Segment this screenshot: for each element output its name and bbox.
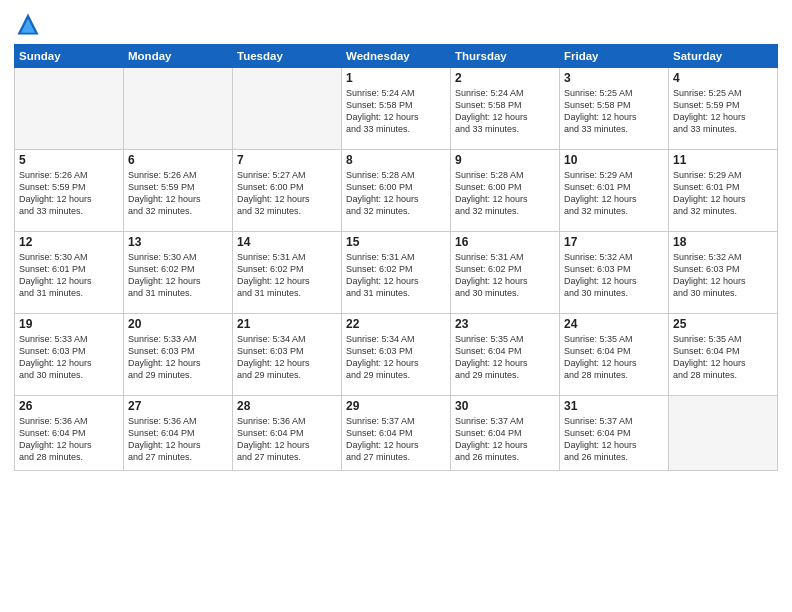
- day-cell: 26Sunrise: 5:36 AMSunset: 6:04 PMDayligh…: [15, 396, 124, 471]
- day-number: 13: [128, 235, 228, 249]
- week-row-0: 1Sunrise: 5:24 AMSunset: 5:58 PMDaylight…: [15, 68, 778, 150]
- day-cell: 30Sunrise: 5:37 AMSunset: 6:04 PMDayligh…: [451, 396, 560, 471]
- day-cell: 15Sunrise: 5:31 AMSunset: 6:02 PMDayligh…: [342, 232, 451, 314]
- day-number: 28: [237, 399, 337, 413]
- day-info: Sunrise: 5:26 AMSunset: 5:59 PMDaylight:…: [19, 169, 119, 218]
- day-number: 27: [128, 399, 228, 413]
- day-cell: 5Sunrise: 5:26 AMSunset: 5:59 PMDaylight…: [15, 150, 124, 232]
- week-row-2: 12Sunrise: 5:30 AMSunset: 6:01 PMDayligh…: [15, 232, 778, 314]
- day-cell: 23Sunrise: 5:35 AMSunset: 6:04 PMDayligh…: [451, 314, 560, 396]
- day-cell: 28Sunrise: 5:36 AMSunset: 6:04 PMDayligh…: [233, 396, 342, 471]
- day-cell: 17Sunrise: 5:32 AMSunset: 6:03 PMDayligh…: [560, 232, 669, 314]
- day-cell: [233, 68, 342, 150]
- day-info: Sunrise: 5:31 AMSunset: 6:02 PMDaylight:…: [237, 251, 337, 300]
- week-row-4: 26Sunrise: 5:36 AMSunset: 6:04 PMDayligh…: [15, 396, 778, 471]
- weekday-header-thursday: Thursday: [451, 45, 560, 68]
- week-row-1: 5Sunrise: 5:26 AMSunset: 5:59 PMDaylight…: [15, 150, 778, 232]
- day-number: 17: [564, 235, 664, 249]
- weekday-header-row: SundayMondayTuesdayWednesdayThursdayFrid…: [15, 45, 778, 68]
- day-info: Sunrise: 5:35 AMSunset: 6:04 PMDaylight:…: [673, 333, 773, 382]
- day-cell: 19Sunrise: 5:33 AMSunset: 6:03 PMDayligh…: [15, 314, 124, 396]
- day-cell: 20Sunrise: 5:33 AMSunset: 6:03 PMDayligh…: [124, 314, 233, 396]
- day-info: Sunrise: 5:35 AMSunset: 6:04 PMDaylight:…: [455, 333, 555, 382]
- day-number: 23: [455, 317, 555, 331]
- day-number: 12: [19, 235, 119, 249]
- day-number: 11: [673, 153, 773, 167]
- day-number: 18: [673, 235, 773, 249]
- day-info: Sunrise: 5:33 AMSunset: 6:03 PMDaylight:…: [128, 333, 228, 382]
- day-info: Sunrise: 5:28 AMSunset: 6:00 PMDaylight:…: [346, 169, 446, 218]
- day-info: Sunrise: 5:29 AMSunset: 6:01 PMDaylight:…: [673, 169, 773, 218]
- day-cell: 22Sunrise: 5:34 AMSunset: 6:03 PMDayligh…: [342, 314, 451, 396]
- day-cell: 13Sunrise: 5:30 AMSunset: 6:02 PMDayligh…: [124, 232, 233, 314]
- day-info: Sunrise: 5:25 AMSunset: 5:59 PMDaylight:…: [673, 87, 773, 136]
- day-number: 3: [564, 71, 664, 85]
- day-number: 25: [673, 317, 773, 331]
- day-cell: 18Sunrise: 5:32 AMSunset: 6:03 PMDayligh…: [669, 232, 778, 314]
- day-number: 26: [19, 399, 119, 413]
- day-number: 19: [19, 317, 119, 331]
- day-cell: 4Sunrise: 5:25 AMSunset: 5:59 PMDaylight…: [669, 68, 778, 150]
- day-number: 7: [237, 153, 337, 167]
- day-info: Sunrise: 5:30 AMSunset: 6:01 PMDaylight:…: [19, 251, 119, 300]
- day-cell: 12Sunrise: 5:30 AMSunset: 6:01 PMDayligh…: [15, 232, 124, 314]
- day-cell: 14Sunrise: 5:31 AMSunset: 6:02 PMDayligh…: [233, 232, 342, 314]
- day-number: 21: [237, 317, 337, 331]
- day-cell: 7Sunrise: 5:27 AMSunset: 6:00 PMDaylight…: [233, 150, 342, 232]
- day-cell: 29Sunrise: 5:37 AMSunset: 6:04 PMDayligh…: [342, 396, 451, 471]
- day-cell: 8Sunrise: 5:28 AMSunset: 6:00 PMDaylight…: [342, 150, 451, 232]
- day-number: 8: [346, 153, 446, 167]
- day-info: Sunrise: 5:37 AMSunset: 6:04 PMDaylight:…: [564, 415, 664, 464]
- day-cell: 9Sunrise: 5:28 AMSunset: 6:00 PMDaylight…: [451, 150, 560, 232]
- weekday-header-friday: Friday: [560, 45, 669, 68]
- day-info: Sunrise: 5:36 AMSunset: 6:04 PMDaylight:…: [237, 415, 337, 464]
- day-cell: 6Sunrise: 5:26 AMSunset: 5:59 PMDaylight…: [124, 150, 233, 232]
- day-number: 31: [564, 399, 664, 413]
- day-cell: [669, 396, 778, 471]
- day-info: Sunrise: 5:34 AMSunset: 6:03 PMDaylight:…: [346, 333, 446, 382]
- day-cell: [124, 68, 233, 150]
- day-info: Sunrise: 5:34 AMSunset: 6:03 PMDaylight:…: [237, 333, 337, 382]
- day-info: Sunrise: 5:31 AMSunset: 6:02 PMDaylight:…: [455, 251, 555, 300]
- day-cell: 21Sunrise: 5:34 AMSunset: 6:03 PMDayligh…: [233, 314, 342, 396]
- day-info: Sunrise: 5:32 AMSunset: 6:03 PMDaylight:…: [564, 251, 664, 300]
- day-number: 29: [346, 399, 446, 413]
- weekday-header-tuesday: Tuesday: [233, 45, 342, 68]
- day-info: Sunrise: 5:37 AMSunset: 6:04 PMDaylight:…: [346, 415, 446, 464]
- weekday-header-monday: Monday: [124, 45, 233, 68]
- day-cell: 10Sunrise: 5:29 AMSunset: 6:01 PMDayligh…: [560, 150, 669, 232]
- day-info: Sunrise: 5:31 AMSunset: 6:02 PMDaylight:…: [346, 251, 446, 300]
- weekday-header-wednesday: Wednesday: [342, 45, 451, 68]
- day-info: Sunrise: 5:26 AMSunset: 5:59 PMDaylight:…: [128, 169, 228, 218]
- day-number: 16: [455, 235, 555, 249]
- day-number: 4: [673, 71, 773, 85]
- day-number: 6: [128, 153, 228, 167]
- day-cell: 11Sunrise: 5:29 AMSunset: 6:01 PMDayligh…: [669, 150, 778, 232]
- day-info: Sunrise: 5:28 AMSunset: 6:00 PMDaylight:…: [455, 169, 555, 218]
- logo: [14, 10, 46, 38]
- day-info: Sunrise: 5:33 AMSunset: 6:03 PMDaylight:…: [19, 333, 119, 382]
- day-info: Sunrise: 5:27 AMSunset: 6:00 PMDaylight:…: [237, 169, 337, 218]
- day-cell: 31Sunrise: 5:37 AMSunset: 6:04 PMDayligh…: [560, 396, 669, 471]
- logo-icon: [14, 10, 42, 38]
- day-info: Sunrise: 5:24 AMSunset: 5:58 PMDaylight:…: [346, 87, 446, 136]
- day-number: 15: [346, 235, 446, 249]
- day-info: Sunrise: 5:36 AMSunset: 6:04 PMDaylight:…: [128, 415, 228, 464]
- day-info: Sunrise: 5:36 AMSunset: 6:04 PMDaylight:…: [19, 415, 119, 464]
- day-cell: 24Sunrise: 5:35 AMSunset: 6:04 PMDayligh…: [560, 314, 669, 396]
- day-cell: 27Sunrise: 5:36 AMSunset: 6:04 PMDayligh…: [124, 396, 233, 471]
- day-number: 20: [128, 317, 228, 331]
- weekday-header-sunday: Sunday: [15, 45, 124, 68]
- day-number: 10: [564, 153, 664, 167]
- day-info: Sunrise: 5:35 AMSunset: 6:04 PMDaylight:…: [564, 333, 664, 382]
- day-cell: [15, 68, 124, 150]
- day-number: 14: [237, 235, 337, 249]
- day-number: 2: [455, 71, 555, 85]
- day-cell: 1Sunrise: 5:24 AMSunset: 5:58 PMDaylight…: [342, 68, 451, 150]
- day-info: Sunrise: 5:24 AMSunset: 5:58 PMDaylight:…: [455, 87, 555, 136]
- day-info: Sunrise: 5:25 AMSunset: 5:58 PMDaylight:…: [564, 87, 664, 136]
- calendar: SundayMondayTuesdayWednesdayThursdayFrid…: [14, 44, 778, 471]
- day-number: 5: [19, 153, 119, 167]
- day-cell: 25Sunrise: 5:35 AMSunset: 6:04 PMDayligh…: [669, 314, 778, 396]
- header: [14, 10, 778, 38]
